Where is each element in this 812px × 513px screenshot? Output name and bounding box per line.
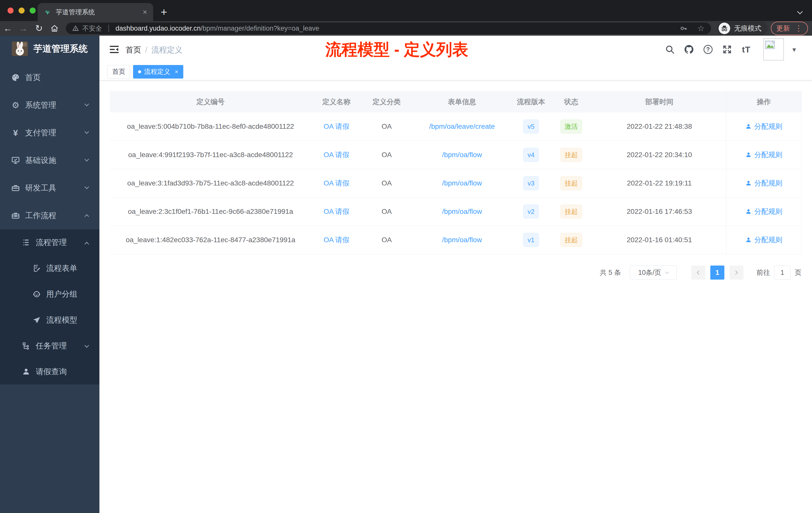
sidebar-item-task-management[interactable]: 任务管理 bbox=[0, 333, 99, 359]
definition-name-link[interactable]: OA 请假 bbox=[324, 151, 349, 159]
form-link[interactable]: /bpm/oa/leave/create bbox=[429, 122, 495, 130]
goto-suffix: 页 bbox=[795, 268, 802, 277]
app-navbar: 首页 / 流程定义 流程模型 - 定义列表 bbox=[99, 36, 812, 63]
status-badge: 激活 bbox=[560, 119, 582, 133]
tag-close-icon[interactable]: × bbox=[175, 68, 178, 75]
chevron-down-icon bbox=[84, 157, 89, 161]
cell-category: OA bbox=[361, 151, 412, 159]
incognito-chip: 无痕模式 bbox=[717, 22, 768, 35]
sidebar-item-leave-query[interactable]: 请假查询 bbox=[0, 359, 99, 385]
security-label[interactable]: 不安全 bbox=[82, 24, 102, 33]
yen-icon: ¥ bbox=[10, 128, 21, 137]
sidebar-item-home[interactable]: 首页 bbox=[0, 64, 99, 91]
font-size-icon[interactable]: tT bbox=[741, 44, 752, 55]
breadcrumb-home[interactable]: 首页 bbox=[125, 45, 141, 55]
tab-search-chevron-icon[interactable] bbox=[797, 9, 803, 14]
definition-name-link[interactable]: OA 请假 bbox=[324, 236, 349, 244]
form-link[interactable]: /bpm/oa/flow bbox=[442, 151, 482, 159]
sidebar-item-devtools[interactable]: 研发工具 bbox=[0, 174, 99, 202]
next-page-button[interactable] bbox=[729, 266, 744, 280]
robot-face-icon bbox=[32, 290, 42, 298]
assign-rule-button[interactable]: 分配规则 bbox=[745, 235, 782, 245]
active-tag-dot bbox=[138, 70, 141, 73]
form-link[interactable]: /bpm/oa/flow bbox=[442, 179, 482, 187]
back-button[interactable]: ← bbox=[0, 24, 16, 33]
user-icon bbox=[745, 123, 752, 130]
sidebar-item-process-management[interactable]: 流程管理 bbox=[0, 230, 99, 255]
assign-rule-button[interactable]: 分配规则 bbox=[745, 178, 782, 188]
definition-name-link[interactable]: OA 请假 bbox=[324, 179, 349, 187]
form-link[interactable]: /bpm/oa/flow bbox=[442, 208, 482, 215]
sidebar-item-label: 流程管理 bbox=[36, 237, 67, 248]
brand-title: 芋道管理系统 bbox=[33, 43, 88, 55]
table-row: oa_leave:2:3c1f0ef1-76b1-11ec-9c66-a2380… bbox=[110, 198, 802, 226]
tag-process-definition[interactable]: 流程定义 × bbox=[133, 65, 183, 79]
page-url[interactable]: dashboard.yudao.iocoder.cn/bpm/manager/d… bbox=[116, 25, 319, 32]
goto-page-input[interactable] bbox=[774, 266, 791, 280]
sidebar-item-process-model[interactable]: 流程模型 bbox=[0, 307, 99, 333]
sidebar-item-label: 工作流程 bbox=[25, 210, 56, 221]
tags-view-bar: 首页 流程定义 × bbox=[99, 63, 812, 80]
tag-home[interactable]: 首页 bbox=[108, 65, 130, 79]
close-window-button[interactable] bbox=[7, 7, 13, 13]
toolbox-icon bbox=[10, 183, 21, 192]
assign-rule-button[interactable]: 分配规则 bbox=[745, 150, 782, 160]
sidebar-item-label: 系统管理 bbox=[25, 100, 56, 111]
sidebar-collapse-icon[interactable] bbox=[109, 44, 119, 55]
sidebar-item-user-group[interactable]: 用户分组 bbox=[0, 281, 99, 307]
user-icon bbox=[745, 237, 752, 243]
sidebar-item-process-form[interactable]: 流程表单 bbox=[0, 255, 99, 281]
avatar-caret-icon[interactable]: ▾ bbox=[792, 46, 796, 54]
update-label[interactable]: 更新 bbox=[776, 24, 790, 33]
assign-rule-button[interactable]: 分配规则 bbox=[745, 122, 782, 131]
sidebar-brand[interactable]: 芋道管理系统 bbox=[0, 36, 99, 62]
minimize-window-button[interactable] bbox=[19, 7, 25, 13]
sidebar-item-workflow[interactable]: 工作流程 bbox=[0, 202, 99, 230]
tab-close-icon[interactable]: × bbox=[143, 8, 147, 16]
help-icon[interactable]: ? bbox=[702, 44, 714, 55]
pagination: 共 5 条 10条/页 1 前往 页 bbox=[110, 265, 802, 280]
page-number-button[interactable]: 1 bbox=[710, 266, 724, 280]
cell-category: OA bbox=[361, 236, 412, 244]
status-badge: 挂起 bbox=[560, 233, 582, 247]
page-size-select[interactable]: 10条/页 bbox=[630, 265, 677, 280]
reload-button[interactable]: ↻ bbox=[31, 24, 47, 33]
browser-tab[interactable]: 芋道管理系统 × bbox=[38, 3, 153, 21]
home-button[interactable] bbox=[50, 24, 59, 33]
workflow-submenu: 流程管理 流程表单 bbox=[0, 230, 99, 385]
sidebar: 芋道管理系统 首页 ⚙ 系统管理 bbox=[0, 36, 99, 513]
definition-name-link[interactable]: OA 请假 bbox=[324, 122, 349, 130]
bookmark-star-icon[interactable]: ☆ bbox=[697, 24, 704, 33]
sidebar-item-label: 基础设施 bbox=[25, 155, 56, 165]
table-row: oa_leave:4:991f2193-7b7f-11ec-a3c8-acde4… bbox=[110, 141, 802, 169]
github-icon[interactable] bbox=[684, 44, 695, 55]
col-header-action: 操作 bbox=[726, 91, 802, 113]
sidebar-item-system[interactable]: ⚙ 系统管理 bbox=[0, 91, 99, 119]
sidebar-item-payment[interactable]: ¥ 支付管理 bbox=[0, 119, 99, 147]
breadcrumb: 首页 / 流程定义 bbox=[125, 45, 182, 55]
avatar[interactable] bbox=[763, 38, 784, 60]
new-tab-button[interactable]: + bbox=[161, 4, 167, 20]
zoom-window-button[interactable] bbox=[30, 7, 36, 13]
window-controls[interactable] bbox=[7, 7, 36, 13]
table-row: oa_leave:1:482ec033-762a-11ec-8477-a2380… bbox=[110, 226, 802, 254]
assign-rule-button[interactable]: 分配规则 bbox=[745, 207, 782, 216]
cell-definition-id: oa_leave:4:991f2193-7b7f-11ec-a3c8-acde4… bbox=[110, 151, 311, 159]
browser-menu-dots-icon[interactable]: ⋮ bbox=[795, 25, 803, 32]
version-badge: v3 bbox=[523, 176, 539, 190]
col-header-form: 表单信息 bbox=[412, 97, 512, 107]
form-edit-icon bbox=[32, 264, 42, 272]
sidebar-item-infrastructure[interactable]: 基础设施 bbox=[0, 147, 99, 174]
chrome-update-menu-button[interactable]: 更新 ⋮ bbox=[771, 22, 808, 35]
fullscreen-icon[interactable] bbox=[722, 44, 733, 55]
prev-page-button[interactable] bbox=[691, 266, 705, 280]
address-bar[interactable]: 不安全 dashboard.yudao.iocoder.cn/bpm/manag… bbox=[66, 23, 711, 34]
forward-button[interactable]: → bbox=[16, 24, 31, 33]
version-badge: v1 bbox=[523, 233, 539, 247]
cell-deploy-time: 2022-01-16 17:46:53 bbox=[592, 208, 726, 216]
definition-name-link[interactable]: OA 请假 bbox=[324, 208, 349, 215]
dashboard-palette-icon bbox=[10, 73, 21, 82]
form-link[interactable]: /bpm/oa/flow bbox=[442, 236, 482, 244]
password-key-icon[interactable] bbox=[680, 25, 687, 32]
search-icon[interactable] bbox=[664, 44, 675, 55]
